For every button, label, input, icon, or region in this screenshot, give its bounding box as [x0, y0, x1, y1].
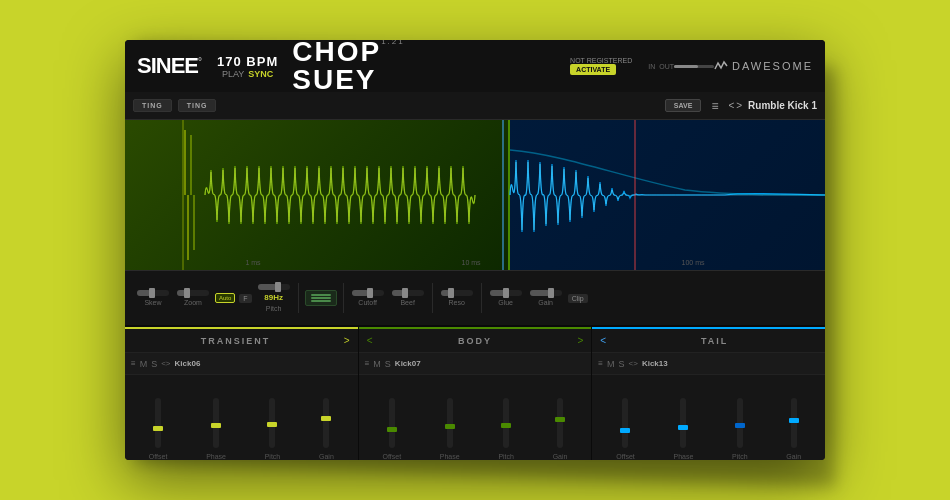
transient-fader-phase: Phase	[206, 398, 226, 460]
glue-label: Glue	[498, 299, 513, 306]
toolbar-btn2[interactable]: TING	[178, 99, 217, 112]
fader-label-offset2: Offset	[383, 453, 402, 460]
skew-control[interactable]: Skew	[135, 290, 171, 306]
bottom-sections: TRANSIENT > ≡ M S <> Kick06 Offset	[125, 325, 825, 460]
logo-text: SINEE	[137, 53, 198, 78]
glue-control[interactable]: Glue	[488, 290, 524, 306]
in-label: IN	[648, 63, 655, 70]
in-out-controls: IN OUT	[648, 63, 674, 70]
transient-controls: ≡ M S <> Kick06	[125, 353, 358, 375]
plugin-version: 1.21	[381, 40, 405, 46]
time-markers: 1 ms 10 ms 100 ms	[125, 259, 825, 266]
waveform-area[interactable]: 1 ms 10 ms 100 ms	[125, 120, 825, 270]
beef-label: Beef	[400, 299, 414, 306]
transient-title: TRANSIENT	[133, 336, 338, 346]
transient-header: TRANSIENT >	[125, 327, 358, 353]
save-button[interactable]: SAVE	[665, 99, 702, 112]
transient-arrow[interactable]: >	[344, 335, 350, 346]
pitch-value: 89Hz	[264, 293, 283, 302]
sinee-logo: SINEE°	[137, 53, 201, 79]
body-controls: ≡ M S Kick07	[359, 353, 592, 375]
pitch-label: Pitch	[266, 305, 282, 312]
transient-fader-pitch: Pitch	[265, 398, 281, 460]
transient-s-icon[interactable]: S	[151, 359, 157, 369]
plugin-title: CHOP1.21 SUEY	[292, 40, 404, 94]
reso-control[interactable]: Reso	[439, 290, 475, 306]
body-header: < BODY >	[359, 327, 592, 353]
f-tag[interactable]: F	[239, 294, 251, 303]
bpm-play: PLAY SYNC	[222, 69, 273, 79]
tail-fader-gain: Gain	[786, 398, 801, 460]
tail-faders: Offset Phase Pitch	[592, 375, 825, 460]
pitch-track[interactable]	[258, 284, 290, 290]
transient-faders: Offset Phase Pitch	[125, 375, 358, 460]
toolbar-btn1[interactable]: TING	[133, 99, 172, 112]
tail-fader-phase: Phase	[673, 398, 693, 460]
plugin-name-line2: SUEY	[292, 64, 376, 95]
body-faders: Offset Phase Pitch	[359, 375, 592, 460]
toolbar: TING TING SAVE ≡ < > Rumble Kick 1	[125, 92, 825, 120]
fader-label-phase3: Phase	[673, 453, 693, 460]
fader-label-phase2: Phase	[440, 453, 460, 460]
plugin-name-line1: CHOP	[292, 40, 381, 67]
body-m-icon[interactable]: M	[373, 359, 381, 369]
body-fader-phase: Phase	[440, 398, 460, 460]
tail-arrow[interactable]: <	[600, 335, 606, 346]
pitch-control[interactable]: 89Hz Pitch	[256, 284, 292, 312]
tail-header: < TAIL	[592, 327, 825, 353]
body-arrow-right[interactable]: >	[578, 335, 584, 346]
tail-section: < TAIL ≡ M S <> Kick13 Offset	[592, 327, 825, 460]
zoom-track[interactable]	[177, 290, 209, 296]
menu-button[interactable]: ≡	[707, 99, 722, 113]
transient-section: TRANSIENT > ≡ M S <> Kick06 Offset	[125, 327, 359, 460]
reso-label: Reso	[448, 299, 464, 306]
fader-label-gain1: Gain	[319, 453, 334, 460]
tail-m-icon[interactable]: M	[607, 359, 615, 369]
nav-arrows: < >	[728, 100, 742, 111]
tail-controls: ≡ M S <> Kick13	[592, 353, 825, 375]
bpm-value[interactable]: 170 BPM	[217, 54, 278, 69]
brand-name: DAWESOME	[732, 60, 813, 72]
time-marker-100ms: 100 ms	[682, 259, 705, 266]
sync-button[interactable]: SYNC	[248, 69, 273, 79]
nav-right[interactable]: >	[736, 100, 742, 111]
body-section: < BODY > ≡ M S Kick07 Offset	[359, 327, 593, 460]
body-fader-gain: Gain	[553, 398, 568, 460]
transient-name[interactable]: Kick06	[175, 359, 201, 368]
not-registered-label: NOT REGISTERED	[570, 57, 632, 64]
zoom-control[interactable]: Zoom	[175, 290, 211, 306]
nav-left[interactable]: <	[728, 100, 734, 111]
sampler-button[interactable]	[305, 290, 337, 306]
bpm-section: 170 BPM PLAY SYNC	[217, 54, 278, 79]
body-s-icon[interactable]: S	[385, 359, 391, 369]
header: SINEE° 170 BPM PLAY SYNC CHOP1.21 SUEY N…	[125, 40, 825, 92]
time-marker-10ms: 10 ms	[462, 259, 481, 266]
transient-m-icon[interactable]: M	[140, 359, 148, 369]
tail-s-icon[interactable]: S	[619, 359, 625, 369]
out-label: OUT	[659, 63, 674, 70]
logo-suffix: °	[198, 56, 201, 67]
beef-control[interactable]: Beef	[390, 290, 426, 306]
waveform-svg	[125, 120, 825, 270]
body-name[interactable]: Kick07	[395, 359, 421, 368]
body-fader-pitch: Pitch	[498, 398, 514, 460]
gain-control[interactable]: Gain	[528, 290, 564, 306]
body-title: BODY	[379, 336, 572, 346]
cutoff-control[interactable]: Cutoff	[350, 290, 386, 306]
tail-fader-offset: Offset	[616, 398, 635, 460]
clip-tag[interactable]: Clip	[568, 294, 588, 303]
fader-label-pitch2: Pitch	[498, 453, 514, 460]
tail-fader-pitch: Pitch	[732, 398, 748, 460]
auto-tag[interactable]: Auto	[215, 293, 235, 303]
fader-label-pitch1: Pitch	[265, 453, 281, 460]
tail-name[interactable]: Kick13	[642, 359, 668, 368]
body-arrow-left[interactable]: <	[367, 335, 373, 346]
fader-label-gain2: Gain	[553, 453, 568, 460]
preset-name[interactable]: Rumble Kick 1	[748, 100, 817, 111]
activate-button[interactable]: ACTIVATE	[570, 64, 616, 75]
fader-label-offset3: Offset	[616, 453, 635, 460]
volume-slider[interactable]	[674, 65, 714, 68]
plugin-container: SINEE° 170 BPM PLAY SYNC CHOP1.21 SUEY N…	[125, 40, 825, 460]
skew-track[interactable]	[137, 290, 169, 296]
cutoff-label: Cutoff	[358, 299, 377, 306]
